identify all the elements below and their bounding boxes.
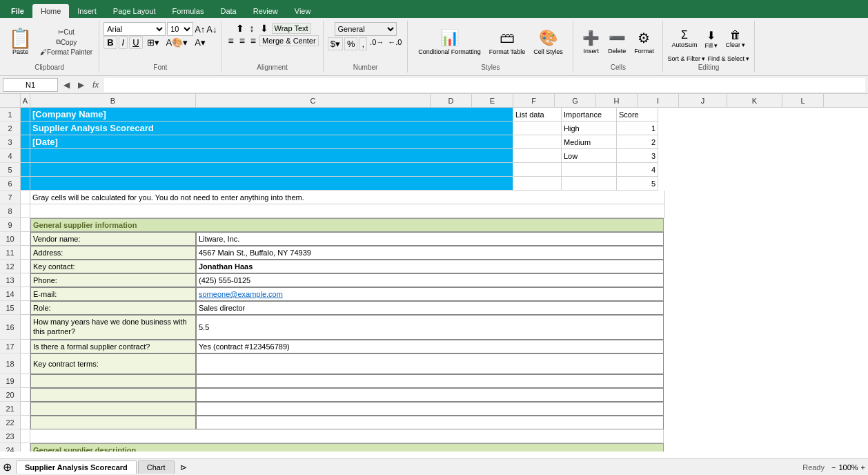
align-right-button[interactable]: ≡ [248,35,258,47]
tab-view[interactable]: View [286,4,319,18]
col-header-A[interactable]: A [21,94,30,107]
fill-color-button[interactable]: A🎨▾ [164,37,191,48]
cell-5-l[interactable]: 4 [617,163,658,177]
cell-2-b[interactable]: Supplier Analysis Scorecard [30,122,513,135]
sort-filter-button[interactable]: Sort & Filter ▾ [667,55,705,62]
delete-button[interactable]: ➖ Delete [605,28,629,56]
format-painter-button[interactable]: 🖌 Format Painter [38,48,95,57]
col-header-G[interactable]: G [555,94,596,107]
cell-5-b[interactable] [30,163,513,177]
align-left-button[interactable]: ≡ [226,35,235,47]
cell-23-b[interactable] [30,429,664,443]
increase-decimal-button[interactable]: .0→ [368,37,385,50]
find-select-button[interactable]: Find & Select ▾ [707,55,749,62]
cell-19-b[interactable] [30,374,196,388]
cell-4-j[interactable] [513,149,562,163]
formula-input[interactable] [104,78,865,92]
col-header-B[interactable]: B [30,94,196,107]
format-button[interactable]: ⚙ Format [631,28,657,56]
cell-15-b[interactable]: Role: [30,301,196,315]
merge-center-button[interactable]: Merge & Center [259,35,319,46]
cell-8-b[interactable] [30,204,665,218]
name-box[interactable] [3,78,58,92]
col-header-C[interactable]: C [196,94,431,107]
cell-14-c[interactable]: someone@example.com [196,287,664,301]
cell-21-b[interactable] [30,402,196,416]
formula-back-button[interactable]: ◀ [61,80,72,90]
cell-2-a[interactable] [21,122,30,135]
copy-button[interactable]: ⧉ Copy [38,37,95,47]
cell-1-a[interactable] [21,108,30,122]
cell-13-c[interactable]: (425) 555-0125 [196,273,664,287]
formula-forward-button[interactable]: ▶ [75,80,87,90]
cell-15-c[interactable]: Sales director [196,301,664,315]
cell-18-a[interactable] [21,353,30,374]
col-header-F[interactable]: F [513,94,555,107]
borders-button[interactable]: ⊞▾ [144,37,162,48]
cell-22-a[interactable] [21,416,30,429]
cell-13-b[interactable]: Phone: [30,273,196,287]
cell-16-b[interactable]: How many years have we done business wit… [30,315,196,340]
cell-18-c[interactable] [196,353,664,374]
cell-18-b[interactable]: Key contract terms: [30,353,196,374]
cell-23-a[interactable] [21,429,30,443]
cell-1-k[interactable]: Importance [562,108,617,122]
col-header-I[interactable]: I [638,94,679,107]
cell-3-l[interactable]: 2 [617,135,658,149]
currency-button[interactable]: $▾ [328,37,343,50]
cell-3-b[interactable]: [Date] [30,135,513,149]
cell-22-b[interactable] [30,416,196,429]
cell-4-l[interactable]: 3 [617,149,658,163]
col-header-H[interactable]: H [596,94,638,107]
col-header-K[interactable]: K [727,94,782,107]
col-header-D[interactable]: D [431,94,472,107]
cell-17-c[interactable]: Yes (contract #123456789) [196,340,664,353]
align-center-button[interactable]: ≡ [237,35,247,47]
cell-5-j[interactable] [513,163,562,177]
cell-6-b[interactable] [30,177,513,191]
tab-file[interactable]: File [3,4,32,18]
decrease-decimal-button[interactable]: ←.0 [386,37,403,50]
cell-6-j[interactable] [513,177,562,191]
cell-3-j[interactable] [513,135,562,149]
cell-4-k[interactable]: Low [562,149,617,163]
cell-20-b[interactable] [30,388,196,402]
paste-button[interactable]: 📋 Paste [4,22,37,62]
cell-24-b[interactable]: General supplier description [30,443,664,452]
cell-20-c[interactable] [196,388,664,402]
cell-14-b[interactable]: E-mail: [30,287,196,301]
fill-button[interactable]: ⬇ Fill ▾ [702,28,720,50]
tab-page-layout[interactable]: Page Layout [105,4,164,18]
cell-6-l[interactable]: 5 [617,177,658,191]
cell-21-a[interactable] [21,402,30,416]
col-header-J[interactable]: J [679,94,727,107]
cell-4-b[interactable] [30,149,513,163]
cell-11-b[interactable]: Address: [30,246,196,260]
align-bottom-button[interactable]: ⬇ [258,22,270,35]
tab-formulas[interactable]: Formulas [164,4,213,18]
cell-7-b[interactable]: Gray cells will be calculated for you. Y… [30,191,665,204]
cell-21-c[interactable] [196,402,664,416]
font-name-select[interactable]: Arial [103,22,166,36]
underline-button[interactable]: U [129,36,142,49]
cell-5-a[interactable] [21,163,30,177]
format-as-table-button[interactable]: 🗃 Format Table [486,28,528,57]
percent-button[interactable]: % [344,37,358,50]
conditional-formatting-button[interactable]: 📊 Conditional Formatting [415,28,484,57]
cell-10-c[interactable]: Litware, Inc. [196,232,664,246]
cell-1-l[interactable]: Score [617,108,658,122]
bold-button[interactable]: B [103,36,117,49]
cell-13-a[interactable] [21,273,30,287]
cell-10-b[interactable]: Vendor name: [30,232,196,246]
increase-font-button[interactable]: A↑ [195,24,205,35]
italic-button[interactable]: I [119,36,128,49]
cell-11-a[interactable] [21,246,30,260]
cell-6-a[interactable] [21,177,30,191]
cell-9-b[interactable]: General supplier information [30,218,664,232]
cell-3-k[interactable]: Medium [562,135,617,149]
comma-button[interactable]: , [359,37,367,50]
align-middle-button[interactable]: ↕ [248,22,257,35]
cell-20-a[interactable] [21,388,30,402]
cell-4-a[interactable] [21,149,30,163]
tab-home[interactable]: Home [32,4,69,18]
